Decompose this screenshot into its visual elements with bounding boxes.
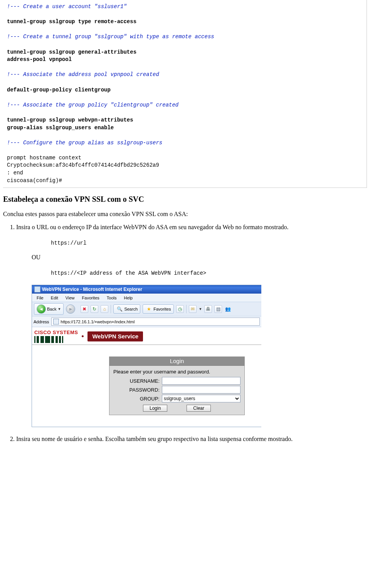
cisco-systems-text: CISCO SYSTEMS [34,329,78,335]
menu-edit[interactable]: Edit [48,295,61,301]
address-label: Address [34,319,49,324]
browser-title: WebVPN Service - Microsoft Internet Expl… [42,287,142,292]
step-2-text: Insira seu nome de usuário e senha. Esco… [16,436,293,442]
code-comment: !--- Configure the group alias as sslgro… [7,139,363,147]
home-icon[interactable]: ⌂ [101,305,108,313]
address-field[interactable]: https://172.16.1.1/+webvpn+/index.html [51,318,260,326]
browser-menubar: File Edit View Favorites Tools Help [32,294,261,302]
webvpn-service-badge: WebVPN Service [87,331,143,341]
browser-toolbar: ◄ Back ▼ ► ✖ ↻ ⌂ 🔍 Search ★ Favorites [32,302,261,316]
edit-icon[interactable]: ▤ [214,305,222,313]
stop-icon[interactable]: ✖ [81,305,88,313]
print-icon[interactable]: 🖶 [204,305,212,313]
section-heading: Estabeleça a conexão VPN SSL com o SVC [3,195,367,204]
history-icon[interactable]: ◷ [176,305,184,313]
page-content: CISCO SYSTEMS WebVPN Service Login Pleas… [32,327,261,427]
search-button[interactable]: 🔍 Search [113,304,140,314]
chevron-down-icon[interactable]: ▼ [199,307,202,311]
favorites-button[interactable]: ★ Favorites [143,304,173,314]
config-code-block: !--- Create a user account "ssluser1" tu… [3,0,367,188]
username-label: USERNAME: [113,378,162,384]
login-prompt: Please enter your username and password. [113,369,240,375]
toolbar-separator [111,305,111,313]
refresh-icon[interactable]: ↻ [91,305,98,313]
group-select[interactable]: sslgroup_users [162,395,240,402]
menu-view[interactable]: View [62,295,78,301]
code-comment: !--- Associate the address pool vpnpool … [7,71,363,79]
forward-button[interactable]: ► [66,304,75,314]
menu-tools[interactable]: Tools [104,295,120,301]
or-label: OU [32,254,367,261]
chevron-down-icon: ▼ [57,307,61,311]
menu-help[interactable]: Help [121,295,136,301]
intro-paragraph: Conclua estes passos para estabelecer um… [3,211,367,218]
code-line: Cryptochecksum:af3c4bfc4ffc07414c4dfbd29… [7,162,363,169]
star-icon: ★ [145,306,152,313]
step-1: Insira o URL ou o endereço IP da interfa… [16,224,367,427]
menu-file[interactable]: File [34,295,47,301]
code-line: address-pool vpnpool [7,56,363,64]
step-1-text: Insira o URL ou o endereço IP da interfa… [16,224,289,230]
login-title: Login [109,357,244,366]
address-bar: Address https://172.16.1.1/+webvpn+/inde… [32,316,261,327]
back-button[interactable]: ◄ Back ▼ [34,303,64,315]
browser-window: WebVPN Service - Microsoft Internet Expl… [32,285,261,427]
code-line: ciscoasa(config)# [7,177,363,185]
code-line: default-group-policy clientgroup [7,86,363,94]
cisco-logo: CISCO SYSTEMS [34,329,78,343]
code-comment: !--- Create a user account "ssluser1" [7,3,363,11]
code-line: prompt hostname context [7,154,363,162]
code-line: tunnel-group sslgroup general-attributes [7,49,363,56]
url-example-1: https://url [51,240,367,246]
back-label: Back [47,307,56,311]
password-label: PASSWORD: [113,387,162,393]
logo-row: CISCO SYSTEMS WebVPN Service [32,327,261,345]
page-icon [53,319,59,324]
address-value: https://172.16.1.1/+webvpn+/index.html [61,319,135,324]
menu-favorites[interactable]: Favorites [79,295,103,301]
url-example-2: https://<IP address of the ASA WebVPN in… [51,270,367,276]
toolbar-separator [186,305,187,313]
login-button[interactable]: Login [143,405,167,412]
password-input[interactable] [162,386,240,394]
step-2: Insira seu nome de usuário e senha. Esco… [16,436,367,443]
code-line: : end [7,169,363,177]
group-label: GROUP: [113,396,162,402]
login-panel: Login Please enter your username and pas… [109,357,245,415]
code-comment: !--- Create a tunnel group "sslgroup" wi… [7,33,363,41]
search-label: Search [124,307,138,311]
messenger-icon[interactable]: 👥 [224,306,231,313]
username-input[interactable] [162,377,240,385]
search-icon: 🔍 [116,306,123,313]
cisco-bars-icon [34,336,64,343]
back-arrow-icon: ◄ [37,304,46,314]
mail-icon[interactable]: ✉ [189,305,197,313]
favorites-label: Favorites [153,307,171,311]
code-line: tunnel-group sslgroup webvpn-attributes [7,117,363,124]
browser-titlebar: WebVPN Service - Microsoft Internet Expl… [32,285,261,294]
clear-button[interactable]: Clear [187,405,211,412]
code-line: group-alias sslgroup_users enable [7,124,363,132]
page-icon [34,286,40,292]
bullet-icon [82,335,84,337]
code-comment: !--- Associate the group policy "clientg… [7,101,363,109]
code-line: tunnel-group sslgroup type remote-access [7,18,363,26]
